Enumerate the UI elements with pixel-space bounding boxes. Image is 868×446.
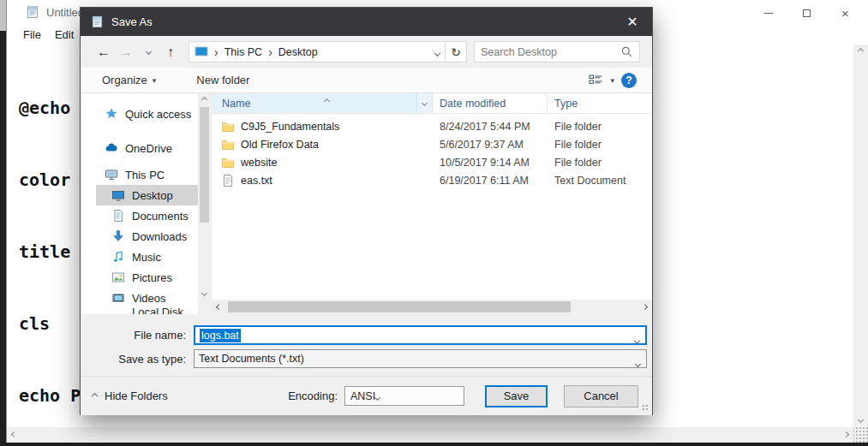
- sidebar-item-label: Quick access: [125, 108, 191, 121]
- dialog-footer: Hide Folders Encoding: ANSI Save Cancel: [81, 376, 652, 415]
- notepad-resize-grip[interactable]: [853, 427, 868, 443]
- forward-button[interactable]: →: [115, 45, 137, 60]
- address-bar[interactable]: › This PC › Desktop: [189, 41, 446, 62]
- file-name-input[interactable]: logs.bat: [194, 325, 647, 345]
- music-icon: [111, 250, 125, 264]
- search-icon: [620, 45, 633, 58]
- dialog-content: Quick access OneDrive This PC Desktop: [81, 93, 652, 314]
- save-label: Save: [504, 390, 530, 402]
- help-icon[interactable]: ?: [621, 73, 637, 88]
- desktop-icon: [111, 188, 125, 202]
- sidebar-item-this-pc[interactable]: This PC: [81, 164, 198, 185]
- menu-file[interactable]: File: [16, 26, 48, 45]
- scroll-left-icon[interactable]: [7, 428, 21, 441]
- quick-access-star-icon: [105, 107, 118, 121]
- pictures-icon: [111, 271, 125, 284]
- save-button[interactable]: Save: [485, 385, 548, 407]
- sidebar-item-label: Desktop: [132, 189, 173, 202]
- file-type: Text Document: [548, 175, 650, 187]
- scrollbar-thumb[interactable]: [200, 107, 209, 223]
- refresh-icon: ↻: [451, 45, 461, 59]
- breadcrumb-this-pc[interactable]: This PC: [224, 46, 262, 58]
- breadcrumb-desktop[interactable]: Desktop: [278, 46, 318, 58]
- encoding-select[interactable]: ANSI: [344, 386, 464, 406]
- column-header-name[interactable]: Name: [212, 93, 417, 113]
- organize-button[interactable]: Organize ▾: [102, 74, 156, 86]
- encoding-label: Encoding:: [288, 390, 338, 402]
- sidebar-item-label: This PC: [125, 169, 165, 181]
- close-button[interactable]: ×: [826, 0, 865, 26]
- hide-folders-button[interactable]: Hide Folders: [93, 390, 168, 402]
- cancel-button[interactable]: Cancel: [564, 385, 638, 407]
- file-row[interactable]: Old Firefox Data 5/6/2017 9:37 AM File f…: [212, 135, 652, 153]
- new-folder-button[interactable]: New folder: [196, 74, 249, 86]
- notepad-vertical-scrollbar[interactable]: [853, 45, 868, 426]
- documents-icon: [111, 209, 125, 223]
- file-row[interactable]: C9J5_Fundamentals 8/24/2017 5:44 PM File…: [212, 117, 652, 135]
- scroll-left-icon[interactable]: [212, 300, 226, 313]
- cancel-label: Cancel: [584, 390, 618, 402]
- scroll-down-icon[interactable]: [853, 413, 868, 426]
- save-as-dialog: Save As ✕ ← → ↑ › This PC › Desktop ↻ Se…: [80, 7, 653, 415]
- sidebar-scrollbar[interactable]: [198, 93, 211, 314]
- folder-icon: [221, 156, 235, 169]
- sidebar-item-onedrive[interactable]: OneDrive: [81, 138, 198, 158]
- sidebar-item-label: Music: [132, 251, 161, 264]
- sidebar-item-pictures[interactable]: Pictures: [81, 267, 198, 288]
- views-dropdown-caret-icon[interactable]: ▾: [610, 76, 614, 85]
- dialog-resize-grip[interactable]: [642, 404, 650, 412]
- scroll-right-icon[interactable]: [638, 300, 652, 313]
- scrollbar-thumb[interactable]: [228, 301, 571, 312]
- recent-locations-chevron[interactable]: [137, 50, 159, 54]
- views-icon[interactable]: [589, 74, 603, 86]
- chevron-down-icon: [636, 357, 640, 369]
- dialog-titlebar[interactable]: Save As ✕: [81, 8, 652, 36]
- scroll-up-icon[interactable]: [198, 93, 211, 106]
- this-pc-icon: [195, 46, 208, 57]
- save-as-type-select[interactable]: Text Documents (*.txt): [194, 349, 647, 368]
- file-list-horizontal-scrollbar[interactable]: [212, 300, 652, 314]
- up-button[interactable]: ↑: [159, 45, 182, 60]
- address-dropdown-chevron[interactable]: [435, 45, 440, 58]
- menu-edit[interactable]: Edit: [48, 26, 81, 45]
- maximize-button[interactable]: [787, 0, 826, 26]
- scroll-up-icon[interactable]: [853, 45, 868, 57]
- sidebar-item-desktop[interactable]: Desktop: [96, 185, 198, 205]
- command-bar: Organize ▾ New folder ▾ ?: [81, 68, 652, 93]
- file-name: eas.txt: [241, 175, 272, 187]
- scroll-right-icon[interactable]: [839, 428, 853, 441]
- dialog-title: Save As: [111, 15, 153, 28]
- file-row[interactable]: eas.txt 6/19/2017 6:11 AM Text Document: [212, 171, 652, 189]
- column-header-date-modified[interactable]: Date modified: [433, 93, 548, 113]
- downloads-icon: [111, 229, 125, 243]
- hide-folders-label: Hide Folders: [105, 390, 168, 402]
- close-icon: ×: [841, 7, 849, 20]
- sidebar-item-label: Local Disk (C:): [132, 306, 198, 314]
- refresh-button[interactable]: ↻: [446, 41, 467, 62]
- notepad-app-icon: [91, 15, 104, 28]
- notepad-horizontal-scrollbar[interactable]: [7, 427, 853, 443]
- column-header-type[interactable]: Type: [548, 93, 642, 113]
- sidebar-item-downloads[interactable]: Downloads: [81, 226, 198, 247]
- chevron-down-icon[interactable]: [635, 334, 639, 346]
- sidebar-item-label: Pictures: [132, 271, 172, 284]
- videos-icon: [111, 291, 125, 305]
- search-input[interactable]: Search Desktop: [474, 41, 640, 62]
- file-name: website: [241, 157, 277, 169]
- minimize-button[interactable]: [749, 0, 787, 26]
- sidebar-item-documents[interactable]: Documents: [81, 205, 198, 226]
- file-date: 6/19/2017 6:11 AM: [433, 175, 548, 187]
- dialog-close-button[interactable]: ✕: [613, 8, 652, 36]
- scroll-down-icon[interactable]: [198, 287, 211, 300]
- back-button[interactable]: ←: [93, 45, 115, 60]
- chevron-up-icon: [92, 393, 98, 399]
- sidebar-item-music[interactable]: Music: [81, 247, 198, 267]
- sidebar-item-label: Videos: [132, 292, 166, 305]
- sidebar-item-local-disk[interactable]: Local Disk (C:): [81, 308, 198, 314]
- filename-section: File name: logs.bat Save as type: Text D…: [81, 314, 652, 376]
- column-filter-chevron[interactable]: [417, 93, 433, 113]
- background-window-edge: [0, 0, 6, 31]
- save-as-type-value: Text Documents (*.txt): [199, 353, 304, 365]
- file-row[interactable]: website 10/5/2017 9:14 AM File folder: [212, 153, 652, 171]
- sidebar-item-quick-access[interactable]: Quick access: [81, 104, 198, 124]
